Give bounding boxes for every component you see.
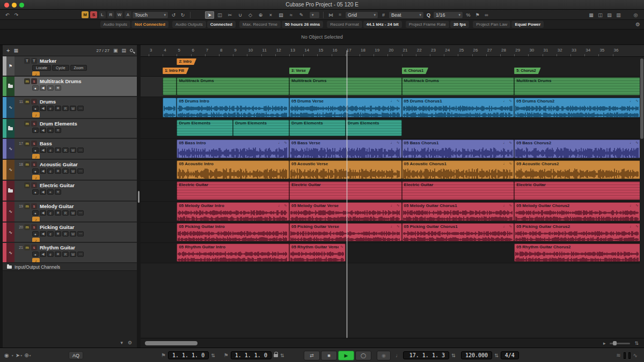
mute-button[interactable]: m — [24, 224, 30, 230]
music-note-icon[interactable]: ♪ — [32, 217, 40, 222]
right-zone-icon[interactable]: ▥ — [614, 11, 623, 19]
read-automation-icon[interactable]: R — [62, 231, 69, 237]
mute-button[interactable]: m — [24, 121, 30, 127]
read-automation-icon[interactable]: R — [62, 168, 69, 174]
music-note-icon[interactable]: ♪ — [32, 71, 40, 76]
glue-tool-icon[interactable]: ∪ — [236, 11, 245, 19]
freeze-icon[interactable]: ❄ — [55, 210, 61, 216]
music-note-icon[interactable]: ♪ — [32, 112, 40, 117]
clip-05-rhythm-guitar-chorus2[interactable]: 05 Rhythm Guitar Chorus2 — [514, 243, 641, 262]
clip-05-acoustic-intro[interactable]: 05 Acoustic Intro — [177, 160, 289, 179]
snap-type-icon[interactable]: ⌗ — [336, 11, 344, 19]
range-selection-tool-icon[interactable]: ◫ — [215, 11, 224, 19]
status-value[interactable]: 44.1 kHz - 24 bit — [363, 21, 402, 28]
grid-type-dropdown[interactable]: Beat▾ — [389, 11, 424, 19]
freeze-icon[interactable]: ❄ — [55, 252, 61, 257]
cycle-button[interactable]: ⇄ — [304, 351, 320, 360]
track-row-multitrack-drums[interactable]: msMultitrack Drums●◀≡≋ — [3, 77, 137, 97]
title-bar[interactable]: Cubase Pro Project - 05 120 E — [0, 0, 644, 10]
freeze-icon[interactable]: ❄ — [55, 168, 61, 174]
track-picture-icon[interactable]: ▣ — [113, 48, 118, 53]
erase-tool-icon[interactable]: ◇ — [246, 11, 255, 19]
grid-type-icon[interactable]: # — [379, 11, 387, 19]
split-tool-icon[interactable]: ✂ — [225, 11, 235, 19]
clip-drum-elements[interactable]: Drum Elements — [289, 120, 346, 136]
edit-channel-icon[interactable]: e — [47, 210, 54, 216]
draw-tool-icon[interactable]: ✎ — [297, 11, 306, 19]
automation-suspend-icon[interactable]: ↻ — [179, 11, 187, 19]
write-automation-icon[interactable]: W — [70, 210, 76, 216]
clip-drum-elements[interactable]: Drum Elements — [346, 120, 402, 136]
output-level-icon[interactable]: ∿ — [633, 352, 638, 358]
show-lanes-icon[interactable]: ≋ — [55, 128, 61, 133]
clip-05-bass-intro[interactable]: 05 Bass Intro♩ ∿ — [177, 139, 289, 158]
monitor-icon[interactable]: ◀ — [40, 252, 46, 257]
routing-icon[interactable]: ⋯ — [77, 252, 84, 257]
tempo-stepper-icon[interactable]: ⇅ — [494, 353, 499, 358]
cycle-marker-3-verse[interactable]: 3: Verse — [289, 68, 311, 74]
clip-05-acoustic-chorus1[interactable]: 05 Acoustic Chorus1♩ ∿ — [402, 160, 515, 179]
clip-electric-guitar[interactable]: Electric Guitar — [177, 181, 289, 200]
search-tracks-icon[interactable] — [130, 49, 133, 52]
read-automation-icon[interactable]: R — [62, 147, 69, 153]
left-locator-display[interactable]: 1. 1. 1. 0 — [168, 351, 209, 359]
clip-electric-guitar[interactable]: Electric Guitar — [289, 181, 402, 200]
locate-button[interactable]: Locate — [32, 65, 51, 71]
status-value[interactable]: 50 hours 26 mins — [282, 21, 323, 28]
cycle-marker-4-chorus1[interactable]: 4: Chorus1 — [402, 68, 429, 74]
snap-icon[interactable]: ⋈ — [327, 11, 335, 19]
routing-icon[interactable]: ⋯ — [77, 147, 84, 153]
time-signature-display[interactable]: 4/4 — [501, 351, 519, 359]
routing-icon[interactable]: ⋯ — [77, 168, 84, 174]
redo-icon[interactable]: ↷ — [12, 11, 20, 19]
clip-05-rhythm-guitar-intro[interactable]: 05 Rhythm Guitar Intro — [177, 243, 289, 262]
clip-05-rhythm-guitar-verse[interactable]: 05 Rhythm Guitar Verse♩ ∿ — [289, 243, 346, 262]
record-enable-icon[interactable]: ● — [32, 210, 39, 216]
record-enable-icon[interactable]: ● — [32, 106, 39, 111]
panel-divider[interactable] — [137, 45, 141, 348]
clip-drum-elements[interactable]: Drum Elements — [177, 120, 233, 136]
horizontal-scrollbar-thumb[interactable] — [145, 341, 197, 345]
mute-button[interactable]: m — [24, 203, 30, 209]
track-row-marker[interactable]: ⚑TTMarkerLocateCycleZoom♪ — [3, 56, 137, 76]
clip-05-drums-intro[interactable]: 05 Drums Intro — [177, 98, 289, 117]
read-automation-icon[interactable]: R — [62, 252, 69, 257]
quantize-dropdown[interactable]: 1/16▾ — [433, 11, 463, 19]
solo-button[interactable]: s — [31, 182, 37, 188]
record-enable-icon[interactable]: ● — [32, 231, 39, 237]
right-locator-display[interactable]: 1. 1. 1. 0 — [231, 351, 272, 359]
clip-drum-elements[interactable]: Drum Elements — [233, 120, 289, 136]
write-automation-icon[interactable]: W — [70, 106, 76, 111]
clip-05-bass-chorus2[interactable]: 05 Bass Chorus2♩ ∿ — [514, 139, 641, 158]
track-row-acoustic-guitar[interactable]: ∿18msAcoustic Guitar●◀e❄RW⋯♪ — [3, 160, 137, 180]
music-note-icon[interactable]: ♪ — [32, 238, 40, 242]
solo-button[interactable]: s — [31, 121, 37, 127]
color-menu-dropdown[interactable]: ▾ — [309, 11, 320, 19]
clip-05-drums-verse[interactable]: 05 Drums Verse♩ ∿ — [289, 98, 402, 117]
network-icon[interactable]: ⊕▾ — [24, 352, 31, 358]
cycle-marker-2-intro[interactable]: 2: Intro — [177, 58, 196, 65]
divider-handle-icon[interactable] — [138, 191, 140, 203]
clip-05-melody-guitar-chorus1[interactable]: 05 Melody Guitar Chorus1♩ ∿ — [402, 202, 515, 221]
show-lanes-icon[interactable]: ≋ — [55, 189, 61, 195]
song-position-display[interactable]: 17. 1. 1. 3 — [403, 351, 449, 359]
clip-05-melody-guitar-intro[interactable]: 05 Melody Guitar Intro♩ ∿ — [177, 202, 289, 221]
time-format-icon[interactable]: ♩ — [396, 352, 401, 358]
left-zone-icon[interactable]: ◫ — [596, 11, 604, 19]
horizontal-scrollbar[interactable]: ▸ ⇅ — [141, 338, 644, 348]
solo-button[interactable]: s — [31, 141, 37, 146]
status-value[interactable]: Not Connected — [131, 21, 169, 28]
solo-button[interactable]: s — [31, 161, 37, 167]
activate-project-icon[interactable]: ◉ — [4, 352, 9, 358]
clip-05-melody-guitar-verse[interactable]: 05 Melody Guitar Verse♩ ∿ — [289, 202, 402, 221]
track-row-rhythm-guitar[interactable]: ∿21msRhythm Guitar●◀e❄RW⋯♪ — [3, 243, 137, 263]
toolbar-l-button[interactable]: L — [99, 11, 106, 18]
track-visibility-icon[interactable]: ▦ — [13, 48, 18, 53]
solo-button[interactable]: s — [31, 245, 37, 250]
cycle-marker-1-intro-fill[interactable]: 1: Intro Fill — [163, 68, 189, 74]
track-row-electric-guitar[interactable]: msElectric Guitar●◀≡≋ — [3, 181, 137, 201]
vertical-zoom-icon[interactable]: ⇅ — [634, 341, 639, 346]
cycle-marker-5-chorus2[interactable]: 5: Chorus2 — [514, 68, 541, 74]
marker-jump-icon[interactable]: T — [24, 58, 30, 64]
monitor-icon[interactable]: ◀ — [40, 128, 46, 133]
